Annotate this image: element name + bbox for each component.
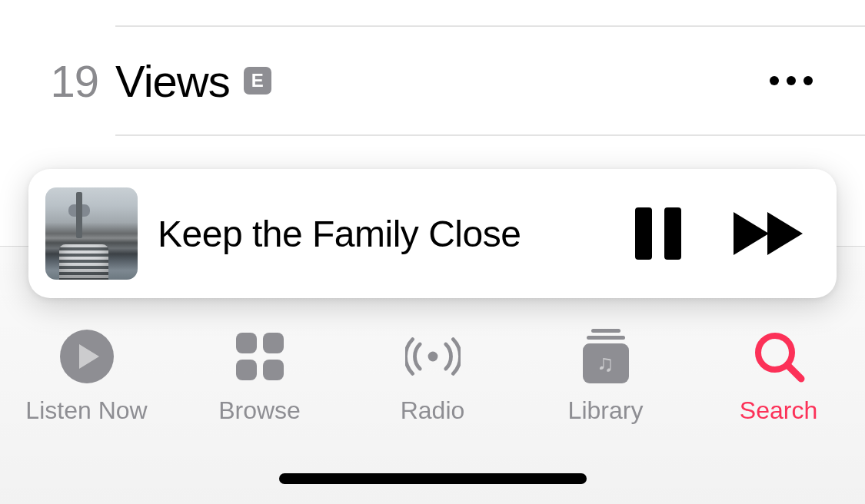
browse-icon xyxy=(232,329,288,384)
next-track-button[interactable] xyxy=(734,212,806,255)
tab-label: Browse xyxy=(218,396,301,425)
tab-label: Library xyxy=(568,396,644,425)
more-icon[interactable] xyxy=(770,76,813,85)
search-icon xyxy=(751,329,807,384)
tab-library[interactable]: Library xyxy=(519,329,692,425)
listen-now-icon xyxy=(59,329,115,384)
tab-browse[interactable]: Browse xyxy=(173,329,346,425)
tab-bar: Listen Now Browse Radio xyxy=(0,320,865,443)
home-indicator xyxy=(279,473,587,484)
album-art xyxy=(45,187,138,280)
track-number: 19 xyxy=(0,55,115,107)
library-icon xyxy=(578,329,634,384)
svg-point-2 xyxy=(428,352,437,362)
tab-label: Radio xyxy=(401,396,465,425)
tab-label: Search xyxy=(740,396,817,425)
svg-line-4 xyxy=(787,365,801,379)
tab-search[interactable]: Search xyxy=(692,329,865,425)
radio-icon xyxy=(405,329,461,384)
tab-listen-now[interactable]: Listen Now xyxy=(0,329,173,425)
svg-marker-0 xyxy=(734,212,769,255)
now-playing-title: Keep the Family Close xyxy=(158,213,635,255)
track-row[interactable]: 19 Views E xyxy=(0,27,865,134)
track-title: Views xyxy=(115,55,230,107)
tab-radio[interactable]: Radio xyxy=(346,329,519,425)
divider xyxy=(115,134,865,136)
mini-player[interactable]: Keep the Family Close xyxy=(28,169,837,298)
svg-marker-1 xyxy=(767,212,803,255)
pause-button[interactable] xyxy=(635,207,681,260)
tab-label: Listen Now xyxy=(25,396,147,425)
explicit-badge: E xyxy=(244,67,271,94)
fast-forward-icon xyxy=(734,212,806,255)
